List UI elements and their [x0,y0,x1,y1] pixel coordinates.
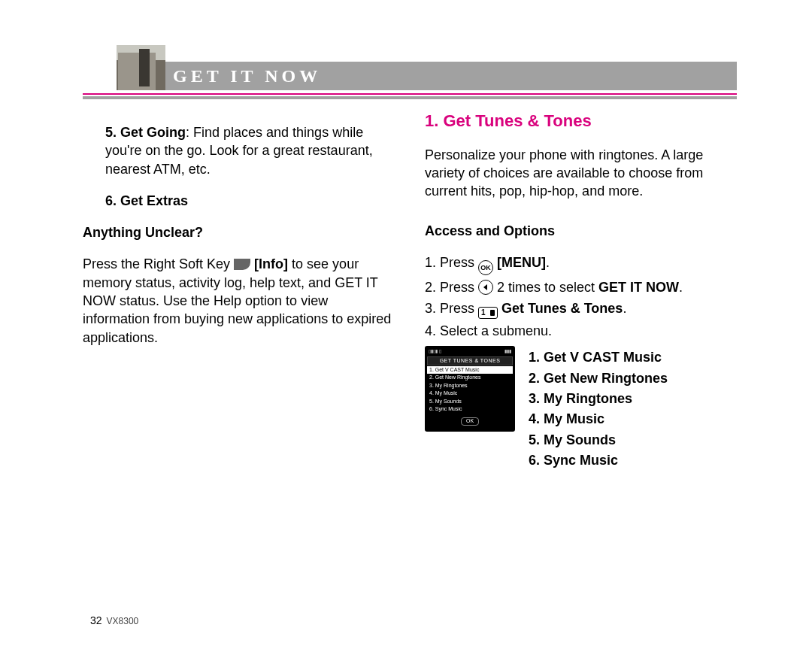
key-1-icon: 1 [478,307,498,319]
header-banner: GET IT NOW [83,45,737,90]
submenu-1: 1. Get V CAST Music [529,348,668,366]
submenu-6: 6. Sync Music [529,451,668,469]
submenu-list: 1. Get V CAST Music 2. Get New Ringtones… [529,346,668,471]
submenu-row: ▯▮▯▮ ▯▮▮▮ GET TUNES & TONES 1. Get V CAS… [425,346,737,471]
section-intro: Personalize your phone with ringtones. A… [425,146,737,201]
step-4: 4. Select a submenu. [425,322,737,340]
page-number: 32 [90,614,102,626]
header-photo [117,45,165,90]
step-1: 1. Press OK [MENU]. [425,253,737,275]
unclear-text-a: Press the Right Soft Key [83,256,234,271]
step-3: 3. Press 1 Get Tunes & Tones. [425,299,737,319]
submenu-5: 5. My Sounds [529,431,668,449]
submenu-4: 4. My Music [529,410,668,428]
submenu-2: 2. Get New Ringtones [529,369,668,387]
step-5-label: 5. Get Going [105,125,186,140]
unclear-paragraph: Press the Right Soft Key [Info] to see y… [83,255,395,346]
access-steps: 1. Press OK [MENU]. 2. Press 2 times to … [425,253,737,341]
header-title: GET IT NOW [173,66,321,86]
screen-item-2: 2. Get New Ringtones [427,374,513,381]
screen-item-4: 4. My Music [427,390,513,397]
anything-unclear-heading: Anything Unclear? [83,223,395,241]
right-column: 1. Get Tunes & Tones Personalize your ph… [425,110,737,471]
screen-item-1: 1. Get V CAST Music [427,366,513,374]
rule-gray [83,96,737,99]
manual-page: GET IT NOW 5. Get Going: Find places and… [0,0,812,664]
page-footer: 32VX8300 [90,614,138,626]
ok-icon: OK [478,260,493,275]
section-title: 1. Get Tunes & Tones [425,110,737,132]
left-column: 5. Get Going: Find places and things whi… [83,110,395,471]
screen-item-6: 6. Sync Music [427,405,513,413]
phone-screenshot: ▯▮▯▮ ▯▮▮▮ GET TUNES & TONES 1. Get V CAS… [425,346,515,431]
submenu-3: 3. My Ringtones [529,390,668,408]
screen-item-5: 5. My Sounds [427,398,513,405]
step-6: 6. Get Extras [105,192,395,210]
header-bar: GET IT NOW [165,62,737,90]
phone-ok-label: OK [461,417,479,425]
right-soft-key-icon [234,259,250,270]
unclear-info-label: [Info] [250,256,288,271]
access-heading: Access and Options [425,222,737,240]
step-5: 5. Get Going: Find places and things whi… [105,123,395,178]
nav-left-icon [478,280,493,295]
rule-magenta [83,93,737,95]
model-label: VX8300 [107,616,139,626]
screen-item-3: 3. My Ringtones [427,382,513,390]
phone-screen-title: GET TUNES & TONES [427,356,513,365]
step-2: 2. Press 2 times to select GET IT NOW. [425,278,737,296]
